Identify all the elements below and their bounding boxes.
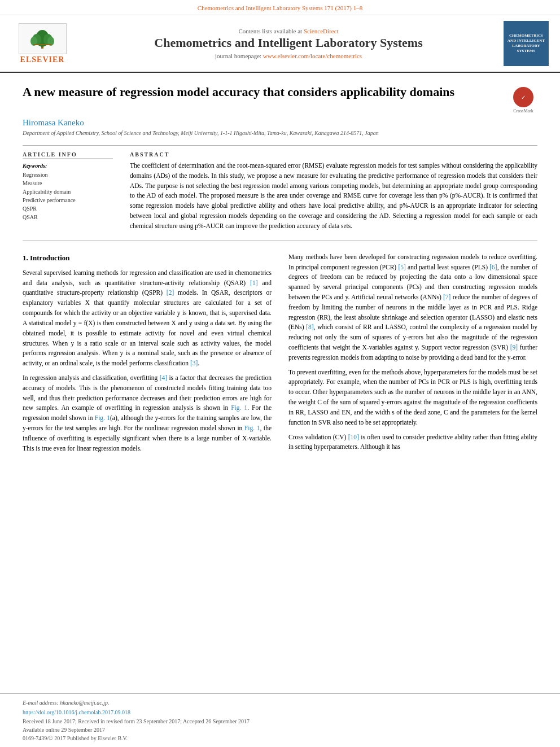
body-para-left-2: In regression analysis and classificatio… bbox=[23, 373, 272, 454]
ref-6-link[interactable]: [6] bbox=[489, 264, 497, 270]
keyword-qsar: QSAR bbox=[23, 213, 113, 221]
available-line: Available online 29 September 2017 bbox=[23, 726, 537, 734]
received-line: Received 18 June 2017; Received in revis… bbox=[23, 717, 537, 726]
contents-line: Contents lists available at ScienceDirec… bbox=[79, 28, 498, 34]
article-title-section: A new measure of regression model accura… bbox=[23, 84, 537, 113]
footer-section: E-mail address: hkaneko@meiji.ac.jp. htt… bbox=[0, 693, 560, 747]
page: Chemometrics and Intelligent Laboratory … bbox=[0, 0, 560, 747]
ref-4-link[interactable]: [4] bbox=[160, 374, 167, 381]
divider-1 bbox=[23, 145, 537, 146]
elsevier-brand: ELSEVIER bbox=[20, 55, 65, 64]
abstract-text: The coefficient of determination and the… bbox=[130, 161, 537, 231]
affiliation: Department of Applied Chemistry, School … bbox=[23, 130, 537, 136]
keyword-applicability: Applicability domain bbox=[23, 187, 113, 196]
author-name: Hiromasa Kaneko bbox=[23, 118, 537, 128]
body-para-right-3: Cross validation (CV) [10] is often used… bbox=[288, 433, 537, 453]
ref-3-link[interactable]: [3] bbox=[190, 360, 198, 366]
body-section: 1. Introduction Several supervised learn… bbox=[23, 252, 537, 458]
ref-5-link[interactable]: [5] bbox=[398, 264, 405, 270]
email-link[interactable]: hkaneko@meiji.ac.jp bbox=[60, 700, 108, 706]
ref-1-link[interactable]: [1] bbox=[250, 279, 257, 286]
section1-heading: 1. Introduction bbox=[23, 252, 272, 264]
email-line: E-mail address: hkaneko@meiji.ac.jp. bbox=[23, 700, 537, 706]
article-content: A new measure of regression model accura… bbox=[0, 73, 560, 688]
article-info: ARTICLE INFO Keywords: Regression Measur… bbox=[23, 151, 113, 231]
keyword-regression: Regression bbox=[23, 171, 113, 179]
elsevier-logo-box bbox=[19, 23, 67, 54]
svg-rect-6 bbox=[33, 44, 51, 45]
ref-2-link[interactable]: [2] bbox=[167, 289, 174, 296]
keyword-qspr: QSPR bbox=[23, 204, 113, 213]
fig1-link-1[interactable]: Fig. 1 bbox=[231, 404, 247, 411]
body-para-right-1: Many methods have been developed for con… bbox=[288, 252, 537, 363]
doi-link[interactable]: https://doi.org/10.1016/j.chemolab.2017.… bbox=[23, 709, 130, 715]
keyword-measure: Measure bbox=[23, 179, 113, 187]
body-col-right: Many methods have been developed for con… bbox=[288, 252, 537, 458]
fig1-link-2[interactable]: Fig. 1 bbox=[95, 414, 110, 421]
keyword-predictive: Predictive performance bbox=[23, 196, 113, 204]
journal-center: Contents lists available at ScienceDirec… bbox=[79, 28, 498, 59]
article-info-heading: ARTICLE INFO bbox=[23, 151, 113, 159]
sciencedirect-link[interactable]: ScienceDirect bbox=[304, 28, 339, 34]
journal-title: Chemometrics and Intelligent Laboratory … bbox=[79, 36, 498, 50]
divider-2 bbox=[23, 241, 537, 241]
elsevier-logo: ELSEVIER bbox=[11, 23, 73, 64]
crossmark-icon: ✓ bbox=[513, 87, 533, 107]
journal-thumbnail: CHEMOMETRICS AND INTELLIGENT LABORATORY … bbox=[504, 21, 549, 66]
article-title: A new measure of regression model accura… bbox=[23, 84, 504, 101]
abstract-heading: ABSTRACT bbox=[130, 151, 537, 158]
journal-header: ELSEVIER Contents lists available at Sci… bbox=[0, 15, 560, 73]
ref-8-link[interactable]: [8] bbox=[306, 324, 313, 330]
doi-line: https://doi.org/10.1016/j.chemolab.2017.… bbox=[23, 709, 537, 715]
body-para-right-2: To prevent overfitting, even for the met… bbox=[288, 368, 537, 428]
article-info-abstract-section: ARTICLE INFO Keywords: Regression Measur… bbox=[23, 151, 537, 231]
journal-homepage: journal homepage: www.elsevier.com/locat… bbox=[79, 53, 498, 59]
journal-ref-link[interactable]: Chemometrics and Intelligent Laboratory … bbox=[198, 5, 362, 11]
body-col-left: 1. Introduction Several supervised learn… bbox=[23, 252, 272, 458]
ref-9-link[interactable]: [9] bbox=[510, 344, 518, 351]
keywords-label: Keywords: bbox=[23, 163, 113, 169]
ref-7-link[interactable]: [7] bbox=[443, 294, 450, 300]
ref-10-link[interactable]: [10] bbox=[348, 434, 359, 440]
abstract-section: ABSTRACT The coefficient of determinatio… bbox=[130, 151, 537, 231]
crossmark: ✓ CrossMark bbox=[509, 87, 537, 113]
body-para-left-1: Several supervised learning methods for … bbox=[23, 268, 272, 369]
crossmark-label: CrossMark bbox=[513, 108, 533, 113]
homepage-link[interactable]: www.elsevier.com/locate/chemometrics bbox=[263, 53, 362, 59]
issn-line: 0169-7439/© 2017 Published by Elsevier B… bbox=[23, 734, 537, 742]
top-bar: Chemometrics and Intelligent Laboratory … bbox=[0, 0, 560, 15]
fig1-link-3[interactable]: Fig. 1 bbox=[244, 425, 260, 431]
